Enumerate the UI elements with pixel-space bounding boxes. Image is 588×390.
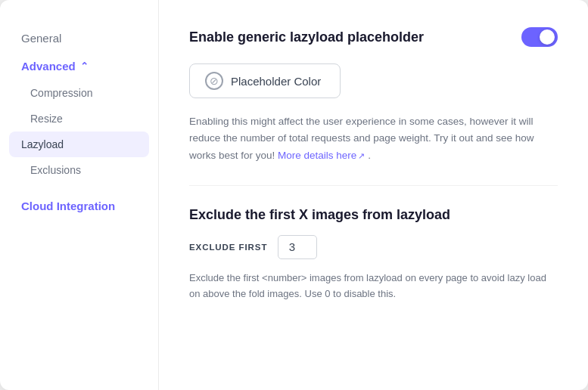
section2-title: Exclude the first X images from lazyload: [189, 207, 558, 223]
section1-info-text: Enabling this might affect the user expe…: [189, 113, 552, 164]
exclude-first-input[interactable]: [278, 235, 317, 259]
sidebar-item-resize[interactable]: Resize: [0, 106, 158, 132]
settings-card: General Advanced ⌃ Compression Resize La…: [0, 0, 588, 390]
sidebar: General Advanced ⌃ Compression Resize La…: [0, 0, 159, 390]
sidebar-item-lazyload[interactable]: Lazyload: [9, 132, 149, 157]
external-link-icon: ↗︎: [358, 149, 365, 162]
placeholder-color-button[interactable]: ⊘ Placeholder Color: [189, 63, 341, 98]
sidebar-cloud-integration: Cloud Integration: [0, 189, 158, 217]
sidebar-item-advanced[interactable]: Advanced ⌃: [0, 52, 158, 80]
toggle-track: [521, 27, 558, 47]
exclude-first-row: EXCLUDE FIRST: [189, 235, 558, 259]
more-details-link[interactable]: More details here ↗︎: [278, 147, 365, 164]
sidebar-item-advanced-label: Advanced: [21, 60, 76, 73]
sidebar-item-compression[interactable]: Compression: [0, 80, 158, 106]
exclude-first-label: EXCLUDE FIRST: [189, 243, 267, 252]
section2-info-text: Exclude the first <number> images from l…: [189, 270, 552, 302]
sidebar-item-general[interactable]: General: [0, 24, 158, 52]
toggle-thumb: [540, 29, 555, 45]
section-divider: [189, 185, 558, 186]
main-content: Enable generic lazyload placeholder ⊘ Pl…: [159, 0, 588, 390]
chevron-up-icon: ⌃: [80, 60, 89, 72]
lazyload-toggle[interactable]: [521, 27, 558, 47]
placeholder-color-label: Placeholder Color: [231, 75, 321, 88]
sidebar-item-exclusions[interactable]: Exclusions: [0, 157, 158, 183]
placeholder-color-icon: ⊘: [205, 72, 223, 90]
section1-header: Enable generic lazyload placeholder: [189, 27, 558, 47]
section1-title: Enable generic lazyload placeholder: [189, 29, 424, 45]
sidebar-subnav: Compression Resize Lazyload Exclusions: [0, 80, 158, 183]
